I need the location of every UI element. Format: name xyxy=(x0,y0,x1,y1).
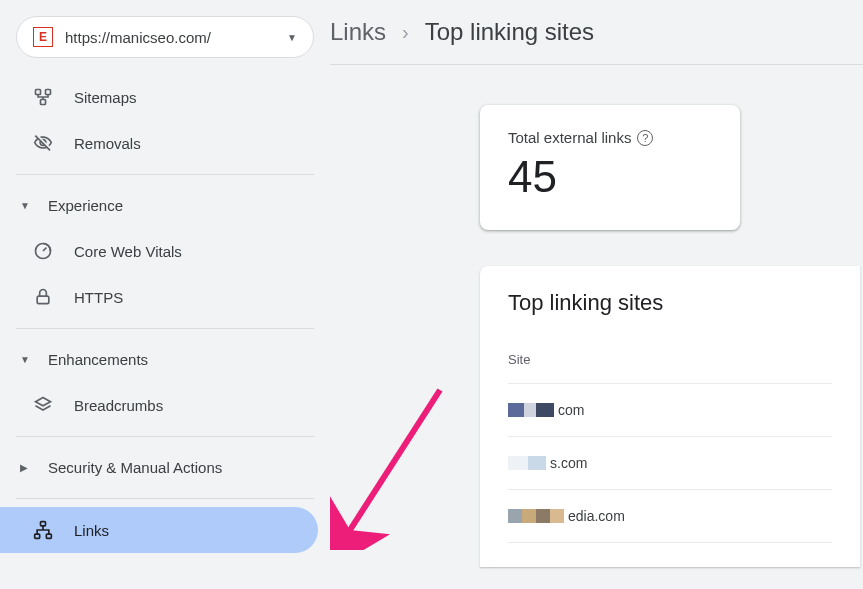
sidebar: E https://manicseo.com/ ▼ Sitemaps Remov… xyxy=(0,0,330,589)
sidebar-item-core-web-vitals[interactable]: Core Web Vitals xyxy=(0,228,330,274)
caret-down-icon: ▼ xyxy=(20,354,32,365)
site-suffix: s.com xyxy=(550,455,587,471)
breadcrumb-current: Top linking sites xyxy=(425,18,594,46)
svg-rect-1 xyxy=(46,90,51,95)
breadcrumb-parent[interactable]: Links xyxy=(330,18,386,46)
sidebar-item-label: Links xyxy=(74,522,109,539)
section-enhancements[interactable]: ▼ Enhancements xyxy=(0,337,330,382)
section-label: Security & Manual Actions xyxy=(48,459,222,476)
lock-icon xyxy=(32,286,54,308)
svg-rect-2 xyxy=(41,100,46,105)
chevron-right-icon: › xyxy=(402,21,409,44)
section-label: Enhancements xyxy=(48,351,148,368)
caret-down-icon: ▼ xyxy=(287,32,297,43)
section-label: Experience xyxy=(48,197,123,214)
section-experience[interactable]: ▼ Experience xyxy=(0,183,330,228)
property-selector[interactable]: E https://manicseo.com/ ▼ xyxy=(16,16,314,58)
sidebar-item-removals[interactable]: Removals xyxy=(0,120,330,166)
divider xyxy=(16,328,314,329)
column-header-site: Site xyxy=(508,352,832,384)
sidebar-item-https[interactable]: HTTPS xyxy=(0,274,330,320)
links-icon xyxy=(32,519,54,541)
site-row[interactable]: edia.com xyxy=(508,490,832,543)
gauge-icon xyxy=(32,240,54,262)
divider xyxy=(16,498,314,499)
site-suffix: com xyxy=(558,402,584,418)
svg-rect-6 xyxy=(35,534,40,538)
hide-icon xyxy=(32,132,54,154)
main-content: Links › Top linking sites Total external… xyxy=(330,0,863,589)
help-icon[interactable]: ? xyxy=(637,130,653,146)
divider xyxy=(16,174,314,175)
caret-down-icon: ▼ xyxy=(20,200,32,211)
sidebar-item-label: HTTPS xyxy=(74,289,123,306)
breadcrumb: Links › Top linking sites xyxy=(330,10,863,65)
sidebar-item-label: Removals xyxy=(74,135,141,152)
stat-label-text: Total external links xyxy=(508,129,631,146)
site-suffix: edia.com xyxy=(568,508,625,524)
property-favicon: E xyxy=(33,27,53,47)
svg-rect-7 xyxy=(46,534,51,538)
svg-rect-5 xyxy=(41,522,46,526)
svg-rect-0 xyxy=(36,90,41,95)
sidebar-item-label: Breadcrumbs xyxy=(74,397,163,414)
svg-rect-4 xyxy=(37,296,49,304)
divider xyxy=(16,436,314,437)
sidebar-item-label: Core Web Vitals xyxy=(74,243,182,260)
stat-card-external-links: Total external links ? 45 xyxy=(480,105,740,230)
sidebar-item-links[interactable]: Links xyxy=(0,507,318,553)
redacted-domain xyxy=(508,509,564,523)
stat-value: 45 xyxy=(508,152,712,202)
layers-icon xyxy=(32,394,54,416)
redacted-domain xyxy=(508,456,546,470)
redacted-domain xyxy=(508,403,554,417)
property-url: https://manicseo.com/ xyxy=(65,29,275,46)
sidebar-item-sitemaps[interactable]: Sitemaps xyxy=(0,74,330,120)
caret-right-icon: ▶ xyxy=(20,462,32,473)
sidebar-item-breadcrumbs[interactable]: Breadcrumbs xyxy=(0,382,330,428)
card-title: Top linking sites xyxy=(508,290,832,316)
site-row[interactable]: s.com xyxy=(508,437,832,490)
section-security[interactable]: ▶ Security & Manual Actions xyxy=(0,445,330,490)
sitemap-icon xyxy=(32,86,54,108)
site-row[interactable]: com xyxy=(508,384,832,437)
stat-label: Total external links ? xyxy=(508,129,712,146)
top-linking-sites-card: Top linking sites Site com s.com edia.co… xyxy=(480,266,860,567)
sidebar-item-label: Sitemaps xyxy=(74,89,137,106)
